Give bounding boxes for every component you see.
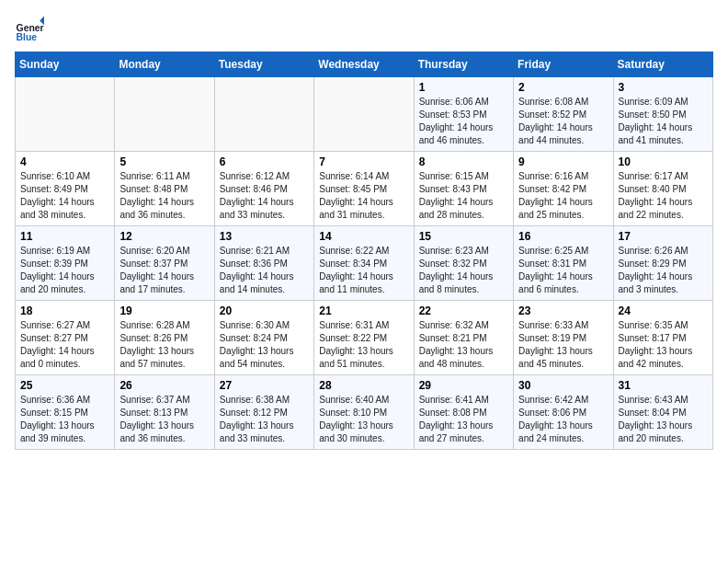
calendar-cell: 1Sunrise: 6:06 AMSunset: 8:53 PMDaylight… (414, 77, 513, 152)
day-number: 22 (419, 304, 508, 317)
weekday-header: Friday (514, 52, 613, 77)
calendar-cell: 18Sunrise: 6:27 AMSunset: 8:27 PMDayligh… (16, 301, 115, 375)
calendar-cell (16, 77, 115, 152)
day-info: Sunrise: 6:26 AMSunset: 8:29 PMDaylight:… (619, 245, 708, 296)
calendar-cell: 20Sunrise: 6:30 AMSunset: 8:24 PMDayligh… (214, 301, 313, 375)
day-number: 16 (518, 230, 608, 243)
day-info: Sunrise: 6:36 AMSunset: 8:15 PMDaylight:… (20, 394, 109, 445)
day-info: Sunrise: 6:20 AMSunset: 8:37 PMDaylight:… (119, 245, 209, 296)
day-info: Sunrise: 6:21 AMSunset: 8:36 PMDaylight:… (220, 245, 309, 296)
day-info: Sunrise: 6:15 AMSunset: 8:43 PMDaylight:… (419, 170, 508, 222)
day-info: Sunrise: 6:32 AMSunset: 8:21 PMDaylight:… (419, 319, 508, 371)
day-info: Sunrise: 6:12 AMSunset: 8:46 PMDaylight:… (220, 170, 309, 222)
calendar-cell: 16Sunrise: 6:25 AMSunset: 8:31 PMDayligh… (514, 226, 613, 301)
day-info: Sunrise: 6:43 AMSunset: 8:04 PMDaylight:… (619, 394, 708, 445)
weekday-header: Sunday (16, 52, 115, 77)
day-info: Sunrise: 6:09 AMSunset: 8:50 PMDaylight:… (619, 96, 708, 147)
day-number: 8 (419, 155, 508, 168)
calendar-table: SundayMondayTuesdayWednesdayThursdayFrid… (15, 52, 713, 450)
calendar-cell (214, 77, 313, 152)
day-number: 30 (518, 379, 608, 392)
day-info: Sunrise: 6:33 AMSunset: 8:19 PMDaylight:… (518, 319, 608, 371)
day-number: 14 (319, 230, 408, 243)
weekday-header: Monday (115, 52, 214, 77)
day-number: 18 (20, 304, 109, 317)
day-number: 2 (518, 81, 608, 94)
day-number: 25 (20, 379, 109, 392)
day-number: 21 (319, 304, 408, 317)
calendar-cell: 23Sunrise: 6:33 AMSunset: 8:19 PMDayligh… (514, 301, 613, 375)
day-number: 29 (419, 379, 508, 392)
day-info: Sunrise: 6:42 AMSunset: 8:06 PMDaylight:… (518, 394, 608, 445)
day-number: 10 (619, 155, 708, 168)
day-info: Sunrise: 6:41 AMSunset: 8:08 PMDaylight:… (419, 394, 508, 445)
day-number: 27 (220, 379, 309, 392)
day-info: Sunrise: 6:16 AMSunset: 8:42 PMDaylight:… (518, 170, 608, 222)
calendar-cell: 7Sunrise: 6:14 AMSunset: 8:45 PMDaylight… (314, 152, 414, 226)
day-number: 4 (20, 155, 109, 168)
weekday-header: Tuesday (214, 52, 313, 77)
svg-text:General: General (17, 23, 44, 33)
calendar-cell: 4Sunrise: 6:10 AMSunset: 8:49 PMDaylight… (16, 152, 115, 226)
calendar-cell: 24Sunrise: 6:35 AMSunset: 8:17 PMDayligh… (613, 301, 712, 375)
calendar-cell: 31Sunrise: 6:43 AMSunset: 8:04 PMDayligh… (613, 375, 712, 450)
logo-icon: General Blue (15, 15, 44, 44)
calendar-cell: 28Sunrise: 6:40 AMSunset: 8:10 PMDayligh… (314, 375, 414, 450)
calendar-cell: 3Sunrise: 6:09 AMSunset: 8:50 PMDaylight… (613, 77, 712, 152)
day-info: Sunrise: 6:17 AMSunset: 8:40 PMDaylight:… (619, 170, 708, 222)
day-number: 28 (319, 379, 408, 392)
day-number: 7 (319, 155, 408, 168)
day-info: Sunrise: 6:28 AMSunset: 8:26 PMDaylight:… (119, 319, 209, 371)
day-info: Sunrise: 6:08 AMSunset: 8:52 PMDaylight:… (518, 96, 608, 147)
calendar-cell: 25Sunrise: 6:36 AMSunset: 8:15 PMDayligh… (16, 375, 115, 450)
day-info: Sunrise: 6:40 AMSunset: 8:10 PMDaylight:… (319, 394, 408, 445)
day-number: 17 (619, 230, 708, 243)
day-number: 6 (220, 155, 309, 168)
day-number: 3 (619, 81, 708, 94)
calendar-cell: 26Sunrise: 6:37 AMSunset: 8:13 PMDayligh… (115, 375, 214, 450)
day-number: 23 (518, 304, 608, 317)
day-info: Sunrise: 6:14 AMSunset: 8:45 PMDaylight:… (319, 170, 408, 222)
weekday-header: Thursday (414, 52, 513, 77)
calendar-cell: 15Sunrise: 6:23 AMSunset: 8:32 PMDayligh… (414, 226, 513, 301)
day-info: Sunrise: 6:19 AMSunset: 8:39 PMDaylight:… (20, 245, 109, 296)
calendar-cell: 5Sunrise: 6:11 AMSunset: 8:48 PMDaylight… (115, 152, 214, 226)
day-number: 1 (419, 81, 508, 94)
calendar-cell: 10Sunrise: 6:17 AMSunset: 8:40 PMDayligh… (613, 152, 712, 226)
calendar-cell: 12Sunrise: 6:20 AMSunset: 8:37 PMDayligh… (115, 226, 214, 301)
day-info: Sunrise: 6:27 AMSunset: 8:27 PMDaylight:… (20, 319, 109, 371)
day-number: 20 (220, 304, 309, 317)
day-info: Sunrise: 6:25 AMSunset: 8:31 PMDaylight:… (518, 245, 608, 296)
calendar-cell (314, 77, 414, 152)
day-number: 31 (619, 379, 708, 392)
calendar-cell: 27Sunrise: 6:38 AMSunset: 8:12 PMDayligh… (214, 375, 313, 450)
calendar-cell: 30Sunrise: 6:42 AMSunset: 8:06 PMDayligh… (514, 375, 613, 450)
calendar-cell: 21Sunrise: 6:31 AMSunset: 8:22 PMDayligh… (314, 301, 414, 375)
day-number: 9 (518, 155, 608, 168)
day-info: Sunrise: 6:35 AMSunset: 8:17 PMDaylight:… (619, 319, 708, 371)
day-number: 24 (619, 304, 708, 317)
calendar-cell (115, 77, 214, 152)
day-number: 11 (20, 230, 109, 243)
day-number: 19 (119, 304, 209, 317)
day-info: Sunrise: 6:23 AMSunset: 8:32 PMDaylight:… (419, 245, 508, 296)
calendar-cell: 19Sunrise: 6:28 AMSunset: 8:26 PMDayligh… (115, 301, 214, 375)
calendar-cell: 14Sunrise: 6:22 AMSunset: 8:34 PMDayligh… (314, 226, 414, 301)
calendar-cell: 13Sunrise: 6:21 AMSunset: 8:36 PMDayligh… (214, 226, 313, 301)
day-info: Sunrise: 6:06 AMSunset: 8:53 PMDaylight:… (419, 96, 508, 147)
calendar-header: SundayMondayTuesdayWednesdayThursdayFrid… (16, 52, 713, 77)
calendar-cell: 8Sunrise: 6:15 AMSunset: 8:43 PMDaylight… (414, 152, 513, 226)
day-info: Sunrise: 6:10 AMSunset: 8:49 PMDaylight:… (20, 170, 109, 222)
day-info: Sunrise: 6:38 AMSunset: 8:12 PMDaylight:… (220, 394, 309, 445)
svg-text:Blue: Blue (17, 32, 38, 42)
day-number: 13 (220, 230, 309, 243)
calendar-cell: 17Sunrise: 6:26 AMSunset: 8:29 PMDayligh… (613, 226, 712, 301)
calendar-cell: 9Sunrise: 6:16 AMSunset: 8:42 PMDaylight… (514, 152, 613, 226)
calendar-cell: 29Sunrise: 6:41 AMSunset: 8:08 PMDayligh… (414, 375, 513, 450)
day-number: 12 (119, 230, 209, 243)
day-number: 5 (119, 155, 209, 168)
day-number: 26 (119, 379, 209, 392)
calendar-cell: 22Sunrise: 6:32 AMSunset: 8:21 PMDayligh… (414, 301, 513, 375)
day-info: Sunrise: 6:37 AMSunset: 8:13 PMDaylight:… (119, 394, 209, 445)
day-info: Sunrise: 6:31 AMSunset: 8:22 PMDaylight:… (319, 319, 408, 371)
